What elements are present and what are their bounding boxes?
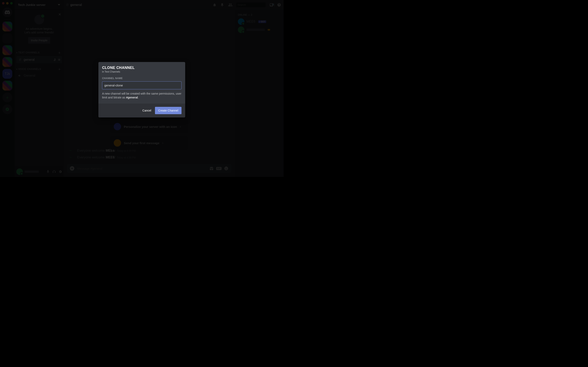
create-channel-button[interactable]: Create Channel: [155, 107, 182, 114]
channel-name-input[interactable]: [102, 81, 182, 89]
modal-help-text: A new channel will be created with the s…: [102, 92, 182, 100]
modal-footer: Cancel Create Channel: [98, 104, 185, 117]
app-window: TJs ＋ Tech Junkie server ✕ An adventure …: [0, 0, 284, 177]
clone-channel-modal: CLONE CHANNEL in Text Channels CHANNEL N…: [98, 62, 185, 117]
modal-input-label: CHANNEL NAME: [102, 77, 182, 80]
modal-title: CLONE CHANNEL: [102, 66, 182, 70]
modal-subtitle: in Text Channels: [102, 70, 182, 73]
cancel-button[interactable]: Cancel: [142, 109, 151, 112]
